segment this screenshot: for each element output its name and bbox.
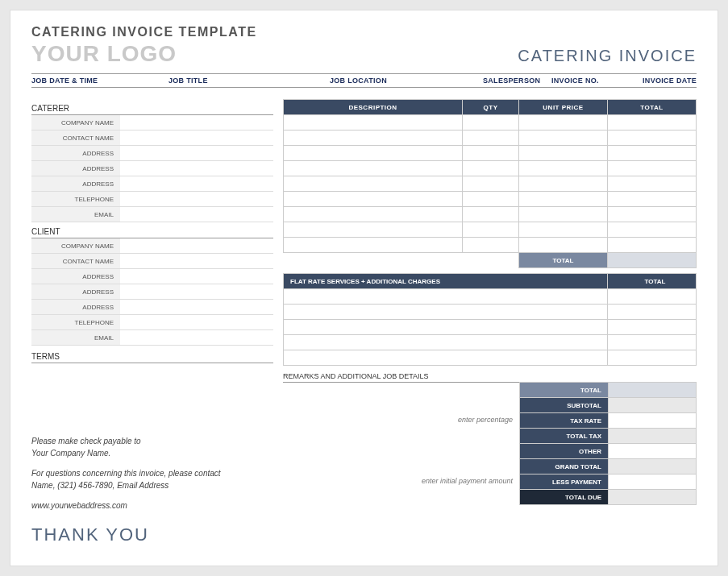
footer-questions-line2: Name, (321) 456-7890, Email Address [31,479,281,491]
flat-row[interactable] [284,350,697,366]
flat-rate-header: FLAT RATE SERVICES + ADDITIONAL CHARGES [284,274,608,289]
client-email-row: EMAIL [31,330,273,346]
logo-row: YOUR LOGO CATERING INVOICE [31,41,697,67]
flat-row[interactable] [284,335,697,350]
client-address1-row: ADDRESS [31,269,273,284]
caterer-contact-label: CONTACT NAME [31,131,120,146]
caterer-section-label: CATERER [31,104,273,115]
caterer-telephone-label: TELEPHONE [31,192,120,207]
caterer-email-row: EMAIL [31,207,273,222]
totals-totaldue-value [609,490,697,505]
caterer-contact-row: CONTACT NAME [31,131,273,146]
client-address3-label: ADDRESS [31,300,120,315]
footer-left: Please make check payable to Your Compan… [31,435,281,548]
meta-invoice-date: INVOICE DATE [624,77,697,85]
client-section-label: CLIENT [31,227,273,238]
client-address1-input[interactable] [120,269,273,284]
caterer-company-input[interactable] [120,115,273,131]
totals-block: enter percentage enter initial payment a… [283,382,697,505]
caterer-address2-label: ADDRESS [31,161,120,176]
logo-placeholder: YOUR LOGO [31,41,177,67]
caterer-email-input[interactable] [120,207,273,222]
client-telephone-input[interactable] [120,315,273,330]
item-row[interactable] [284,176,697,192]
totals-total-label: TOTAL [520,383,609,398]
item-row[interactable] [284,238,697,253]
totals-taxrate-label: TAX RATE [520,413,609,429]
item-row[interactable] [284,131,697,146]
client-telephone-label: TELEPHONE [31,315,120,330]
totals-grandtotal-value [609,459,697,474]
caterer-contact-input[interactable] [120,131,273,146]
invoice-meta-bar: JOB DATE & TIME JOB TITLE JOB LOCATION S… [31,73,697,88]
client-address3-input[interactable] [120,300,273,315]
client-address3-row: ADDRESS [31,300,273,315]
totals-total-value [609,383,697,398]
document-type-heading: CATERING INVOICE [518,47,697,65]
caterer-telephone-row: TELEPHONE [31,192,273,207]
item-row[interactable] [284,146,697,161]
item-row[interactable] [284,222,697,238]
caterer-address1-label: ADDRESS [31,146,120,161]
flat-row[interactable] [284,305,697,320]
client-company-row: COMPANY NAME [31,238,273,254]
items-total-row: TOTAL [284,253,697,268]
footer-website: www.yourwebaddress.com [31,499,281,512]
footer-questions-line1: For questions concerning this invoice, p… [31,467,281,479]
totals-other-value[interactable] [609,444,697,459]
client-address2-row: ADDRESS [31,284,273,300]
caterer-address1-input[interactable] [120,146,273,161]
totals-subtotal-value [609,398,697,413]
client-company-label: COMPANY NAME [31,238,120,254]
caterer-address2-input[interactable] [120,161,273,176]
client-contact-row: CONTACT NAME [31,254,273,269]
meta-job-date-time: JOB DATE & TIME [31,77,168,85]
caterer-address1-row: ADDRESS [31,146,273,161]
items-table: DESCRIPTION QTY UNIT PRICE TOTAL [283,99,697,268]
meta-job-location: JOB LOCATION [330,77,483,85]
items-header-qty: QTY [463,100,519,115]
flat-rate-table: FLAT RATE SERVICES + ADDITIONAL CHARGES … [283,273,697,366]
client-address1-label: ADDRESS [31,269,120,284]
meta-salesperson: SALESPERSON [483,77,551,85]
client-email-label: EMAIL [31,330,120,346]
caterer-address2-row: ADDRESS [31,161,273,176]
hint-percentage: enter percentage [283,412,513,428]
items-header-unit-price: UNIT PRICE [519,100,608,115]
totals-lesspayment-value[interactable] [609,474,697,490]
caterer-telephone-input[interactable] [120,192,273,207]
client-email-input[interactable] [120,330,273,346]
totals-totaltax-label: TOTAL TAX [520,429,609,444]
items-total-value [608,253,697,268]
totals-totaldue-label: TOTAL DUE [520,490,609,505]
terms-label: TERMS [31,352,273,363]
totals-table: TOTAL SUBTOTAL TAX RATE TOTAL TAX OTHER … [519,382,697,505]
flat-row[interactable] [284,289,697,305]
totals-hints: enter percentage enter initial payment a… [283,382,519,489]
totals-taxrate-value[interactable] [609,413,697,429]
meta-job-title: JOB TITLE [168,77,330,85]
flat-row[interactable] [284,320,697,335]
footer-payable-line1: Please make check payable to [31,435,281,447]
totals-subtotal-label: SUBTOTAL [520,398,609,413]
items-header-description: DESCRIPTION [284,100,463,115]
client-address2-input[interactable] [120,284,273,300]
caterer-address3-row: ADDRESS [31,176,273,192]
caterer-company-label: COMPANY NAME [31,115,120,131]
item-row[interactable] [284,161,697,176]
page-title: CATERING INVOICE TEMPLATE [31,25,697,39]
client-company-input[interactable] [120,238,273,254]
caterer-company-row: COMPANY NAME [31,115,273,131]
footer-payable-line2: Your Company Name. [31,447,281,459]
item-row[interactable] [284,115,697,131]
client-contact-input[interactable] [120,254,273,269]
item-row[interactable] [284,192,697,207]
caterer-address3-input[interactable] [120,176,273,192]
item-row[interactable] [284,207,697,222]
meta-invoice-no: INVOICE NO. [551,77,624,85]
caterer-email-label: EMAIL [31,207,120,222]
right-column: DESCRIPTION QTY UNIT PRICE TOTAL [283,99,697,505]
totals-totaltax-value [609,429,697,444]
catering-invoice-sheet: CATERING INVOICE TEMPLATE YOUR LOGO CATE… [10,10,718,566]
caterer-address3-label: ADDRESS [31,176,120,192]
